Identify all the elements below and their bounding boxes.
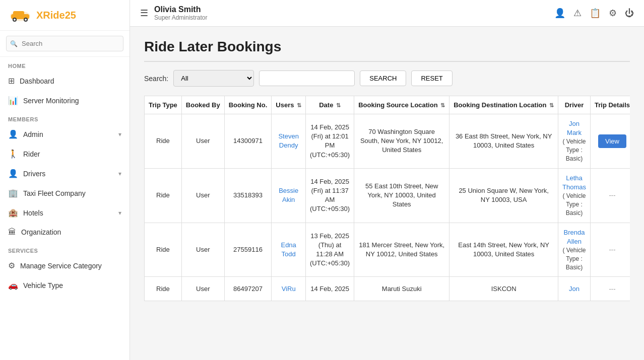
sidebar-item-label: Taxi Fleet Company bbox=[23, 189, 121, 197]
content-area: Ride Later Bookings Search: All Trip Typ… bbox=[130, 27, 644, 360]
trip-details-empty: --- bbox=[609, 191, 616, 199]
table-row: Ride User 27559116 Edna Todd 13 Feb, 202… bbox=[145, 223, 630, 277]
user-link[interactable]: ViRu bbox=[282, 285, 296, 293]
user-link[interactable]: Steven Dendy bbox=[278, 132, 298, 149]
cell-user: Bessie Akin bbox=[272, 168, 306, 223]
sidebar-item-label: Organization bbox=[21, 228, 121, 236]
search-filter-select[interactable]: All Trip Type Booked By Booking No. Date… bbox=[173, 70, 254, 87]
user-link[interactable]: Edna Todd bbox=[281, 241, 296, 258]
cell-destination: ISKCON bbox=[449, 277, 558, 301]
cell-driver: Jon Mark ( Vehicle Type : Basic) bbox=[558, 114, 591, 169]
cell-trip-details: --- bbox=[590, 223, 630, 277]
sidebar-item-organization[interactable]: 🏛 Organization bbox=[0, 223, 130, 242]
sidebar-item-label: Hotels bbox=[23, 209, 113, 217]
sidebar-item-drivers[interactable]: 👤 Drivers ▾ bbox=[0, 164, 130, 183]
cell-source: 181 Mercer Street, New York, NY 10012, U… bbox=[354, 223, 449, 277]
page-title: Ride Later Bookings bbox=[144, 39, 630, 62]
sidebar-item-label: Vehicle Type bbox=[23, 281, 121, 290]
table-body: Ride User 14300971 Steven Dendy 14 Feb, … bbox=[145, 114, 630, 301]
col-booked-by: Booked By bbox=[181, 96, 224, 114]
search-text-input[interactable] bbox=[259, 70, 355, 86]
col-destination-location[interactable]: Booking Destination Location ⇅ bbox=[449, 96, 558, 114]
cell-trip-type: Ride bbox=[145, 168, 182, 223]
sidebar-item-admin[interactable]: 👤 Admin ▾ bbox=[0, 124, 130, 144]
sidebar-section-members: MEMBERS bbox=[0, 110, 130, 124]
header: ☰ Olivia Smith Super Administrator 👤 ⚠ 📋… bbox=[130, 0, 644, 27]
sidebar-logo: XRide25 bbox=[0, 0, 130, 31]
driver-link[interactable]: Brenda Allen bbox=[564, 229, 585, 245]
table-row: Ride User 33518393 Bessie Akin 14 Feb, 2… bbox=[145, 168, 630, 223]
sidebar-search-container bbox=[0, 31, 130, 57]
logo-text: XRide25 bbox=[36, 10, 76, 21]
power-icon[interactable]: ⏻ bbox=[625, 8, 634, 19]
cell-date: 13 Feb, 2025 (Thu) at 11:28 AM (UTC:+05:… bbox=[306, 223, 354, 277]
sidebar-search-input[interactable] bbox=[6, 36, 123, 51]
sidebar-item-label: Drivers bbox=[23, 170, 113, 178]
user-icon[interactable]: 👤 bbox=[554, 8, 565, 19]
cell-destination: 36 East 8th Street, New York, NY 10003, … bbox=[449, 114, 558, 169]
sidebar-item-dashboard[interactable]: ⊞ Dashboard bbox=[0, 71, 130, 91]
cell-driver: Brenda Allen ( Vehicle Type : Basic) bbox=[558, 223, 591, 277]
gear-icon[interactable]: ⚙ bbox=[609, 8, 617, 19]
sidebar-item-vehicle-type[interactable]: 🚗 Vehicle Type bbox=[0, 275, 130, 295]
main-content: ☰ Olivia Smith Super Administrator 👤 ⚠ 📋… bbox=[130, 0, 644, 360]
col-date[interactable]: Date ⇅ bbox=[306, 96, 354, 114]
table-row: Ride User 86497207 ViRu 14 Feb, 2025 Mar… bbox=[145, 277, 630, 301]
search-button[interactable]: SEARCH bbox=[360, 70, 406, 86]
sidebar-item-manage-service-category[interactable]: ⚙ Manage Service Category bbox=[0, 256, 130, 275]
header-user-name: Olivia Smith bbox=[154, 5, 548, 14]
svg-point-5 bbox=[14, 19, 16, 21]
sidebar-item-label: Admin bbox=[23, 130, 113, 138]
sidebar-item-server-monitoring[interactable]: 📊 Server Monitoring bbox=[0, 91, 130, 110]
sidebar-item-label: Rider bbox=[23, 150, 121, 158]
cell-driver: Letha Thomas ( Vehicle Type : Basic) bbox=[558, 168, 591, 223]
sidebar-item-label: Manage Service Category bbox=[20, 262, 121, 270]
reset-button[interactable]: RESET bbox=[411, 70, 452, 86]
cell-trip-type: Ride bbox=[145, 223, 182, 277]
trip-details-view-button[interactable]: View bbox=[598, 134, 626, 148]
trip-details-empty: --- bbox=[609, 246, 616, 253]
cell-booked-by: User bbox=[181, 277, 224, 301]
clipboard-icon[interactable]: 📋 bbox=[590, 8, 601, 19]
cell-booked-by: User bbox=[181, 223, 224, 277]
chevron-down-icon: ▾ bbox=[118, 170, 121, 177]
cell-trip-type: Ride bbox=[145, 114, 182, 169]
driver-link[interactable]: Jon bbox=[569, 285, 579, 293]
cell-source: 55 East 10th Street, New York, NY 10003,… bbox=[354, 168, 449, 223]
table-row: Ride User 14300971 Steven Dendy 14 Feb, … bbox=[145, 114, 630, 169]
col-trip-details: Trip Details bbox=[590, 96, 630, 114]
cell-date: 14 Feb, 2025 (Fri) at 12:01 PM (UTC:+05:… bbox=[306, 114, 354, 169]
col-trip-type: Trip Type bbox=[145, 96, 182, 114]
sidebar-item-rider[interactable]: 🚶 Rider bbox=[0, 144, 130, 164]
sidebar-item-label: Server Monitoring bbox=[23, 97, 121, 105]
cell-source: 70 Washington Square South, New York, NY… bbox=[354, 114, 449, 169]
sidebar-item-hotels[interactable]: 🏨 Hotels ▾ bbox=[0, 203, 130, 223]
col-driver: Driver bbox=[558, 96, 591, 114]
organization-icon: 🏛 bbox=[8, 228, 16, 237]
cell-trip-details: View bbox=[590, 114, 630, 169]
cell-source: Maruti Suzuki bbox=[354, 277, 449, 301]
table-header-row: Trip Type Booked By Booking No. Users ⇅ … bbox=[145, 96, 630, 114]
driver-link[interactable]: Letha Thomas bbox=[562, 174, 586, 191]
vehicle-type-label: ( Vehicle Type : Basic) bbox=[562, 137, 586, 163]
col-source-location[interactable]: Booking Source Location ⇅ bbox=[354, 96, 449, 114]
cell-date: 14 Feb, 2025 (Fri) at 11:37 AM (UTC:+05:… bbox=[306, 168, 354, 223]
rider-icon: 🚶 bbox=[8, 149, 18, 159]
sidebar-item-taxi-fleet-company[interactable]: 🏢 Taxi Fleet Company bbox=[0, 183, 130, 203]
header-user-role: Super Administrator bbox=[154, 14, 548, 21]
bookings-table-wrapper: Trip Type Booked By Booking No. Users ⇅ … bbox=[144, 96, 630, 301]
cell-user: Edna Todd bbox=[272, 223, 306, 277]
logo-accent: 25 bbox=[65, 10, 76, 21]
driver-link[interactable]: Jon Mark bbox=[567, 120, 582, 136]
vehicle-type-label: ( Vehicle Type : Basic) bbox=[562, 192, 586, 217]
user-link[interactable]: Bessie Akin bbox=[279, 187, 298, 203]
sidebar: XRide25 HOME ⊞ Dashboard 📊 Server Monito… bbox=[0, 0, 130, 360]
cell-trip-type: Ride bbox=[145, 277, 182, 301]
cell-date: 14 Feb, 2025 bbox=[306, 277, 354, 301]
cell-booking-no: 86497207 bbox=[224, 277, 272, 301]
col-users[interactable]: Users ⇅ bbox=[272, 96, 306, 114]
sidebar-section-home: HOME bbox=[0, 57, 130, 71]
alert-icon[interactable]: ⚠ bbox=[573, 8, 582, 19]
hamburger-menu-icon[interactable]: ☰ bbox=[140, 8, 148, 19]
cell-booking-no: 27559116 bbox=[224, 223, 272, 277]
